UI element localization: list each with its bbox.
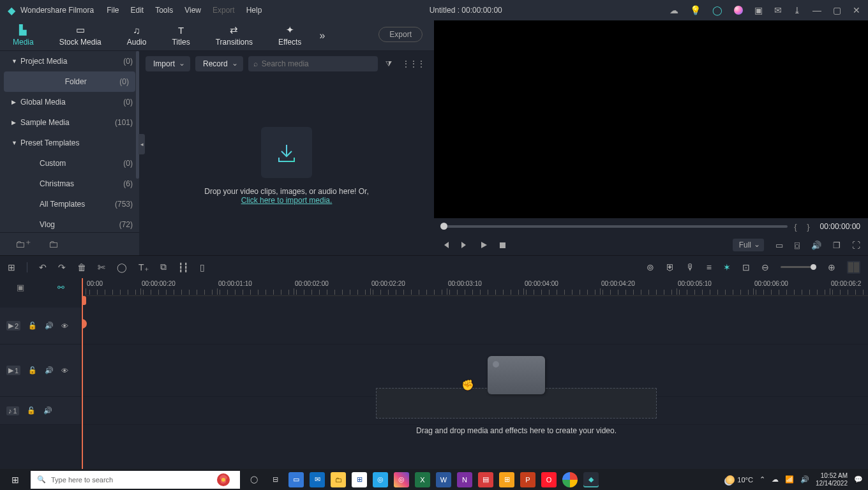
tab-audio[interactable]: ♫Audio xyxy=(114,25,160,47)
app-opera-icon[interactable]: O xyxy=(541,472,557,487)
minimize-icon[interactable]: — xyxy=(812,5,821,15)
sidebar-item-vlog[interactable]: Vlog(72) xyxy=(0,214,139,232)
start-button[interactable]: ⊞ xyxy=(0,475,31,485)
save-icon[interactable]: ▣ xyxy=(754,5,763,15)
app-edge-icon[interactable]: ◎ xyxy=(373,472,388,487)
tab-effects[interactable]: ✦Effects xyxy=(266,24,314,47)
quality-dropdown[interactable]: Full xyxy=(733,239,764,251)
cut-icon[interactable]: ✄ xyxy=(98,262,105,272)
menu-export[interactable]: Export xyxy=(213,6,235,15)
app-trello-icon[interactable]: ▭ xyxy=(288,472,304,487)
sidebar-item-project-media[interactable]: ▼Project Media(0) xyxy=(0,51,139,71)
track-header-v1[interactable]: ▶1 🔓 🔊 👁 xyxy=(0,345,81,397)
app-chrome-icon[interactable] xyxy=(562,472,578,487)
track-type-icon[interactable]: ▶2 xyxy=(6,321,20,330)
tray-chevron-icon[interactable]: ⌃ xyxy=(760,475,765,484)
menu-help[interactable]: Help xyxy=(246,6,262,15)
pip-icon[interactable]: ❐ xyxy=(833,241,841,250)
app-ms-icon[interactable]: ⊞ xyxy=(499,472,514,487)
search-media[interactable]: ⌕ xyxy=(248,56,378,71)
timeline-view-icon[interactable] xyxy=(847,261,860,274)
tray-notifications-icon[interactable]: 💬 xyxy=(854,475,863,484)
crop-icon[interactable]: ⧉ xyxy=(160,262,167,272)
mark-in-out-icon[interactable]: { } xyxy=(794,222,813,232)
next-frame-icon[interactable] xyxy=(461,241,468,249)
lock-icon[interactable]: 🔓 xyxy=(28,322,37,330)
tray-volume-icon[interactable]: 🔊 xyxy=(800,475,809,484)
sidebar-item-all-templates[interactable]: All Templates(753) xyxy=(0,194,139,214)
track-header-v2[interactable]: ▶2 🔓 🔊 👁 xyxy=(0,308,81,345)
tab-transitions[interactable]: ⇄Transitions xyxy=(203,24,266,47)
frame-icon[interactable]: ▯ xyxy=(200,262,205,272)
track-type-icon[interactable]: ♪1 xyxy=(6,406,19,415)
volume-icon[interactable]: 🔊 xyxy=(811,241,821,250)
widgets-icon[interactable]: ⊟ xyxy=(267,472,283,487)
tray-weather[interactable]: 10°C xyxy=(726,475,753,484)
link-icon[interactable]: ⚯ xyxy=(57,283,64,292)
sidebar-item-sample-media[interactable]: ▶Sample Media(101) xyxy=(0,112,139,133)
grid-icon[interactable]: ⋮⋮⋮ xyxy=(400,59,428,68)
playhead[interactable] xyxy=(82,278,83,469)
tab-titles[interactable]: TTitles xyxy=(159,25,202,47)
play-icon[interactable] xyxy=(480,241,488,249)
tab-stock-media[interactable]: ▭Stock Media xyxy=(47,24,114,47)
track-a1[interactable] xyxy=(82,397,868,425)
equalizer-icon[interactable]: ┇┇ xyxy=(178,262,188,272)
maximize-icon[interactable]: ▢ xyxy=(833,5,841,15)
zoom-slider[interactable] xyxy=(781,266,816,268)
collapse-sidebar-icon[interactable]: ◂ xyxy=(138,134,145,154)
redo-icon[interactable]: ↷ xyxy=(58,262,66,272)
apps-icon[interactable]: ⊞ xyxy=(8,262,15,272)
mute-icon[interactable]: 🔊 xyxy=(45,322,54,330)
app-pdf-icon[interactable]: ▤ xyxy=(478,472,493,487)
stop-icon[interactable] xyxy=(499,242,506,249)
auto-icon[interactable]: ✶ xyxy=(723,262,731,272)
clip-icon[interactable]: ▣ xyxy=(17,283,24,292)
track-v1[interactable] xyxy=(82,345,868,397)
app-store-icon[interactable]: ⊞ xyxy=(352,472,367,487)
marker-add-icon[interactable]: ⊡ xyxy=(742,262,750,272)
app-instagram-icon[interactable]: ◎ xyxy=(394,472,409,487)
undo-icon[interactable]: ↶ xyxy=(39,262,47,272)
timeline-ruler[interactable]: 00:00 00:00:00:20 00:00:01:10 00:00:02:0… xyxy=(82,278,868,296)
import-tile[interactable] xyxy=(261,127,312,178)
mic-icon[interactable]: 🎙 xyxy=(686,262,695,272)
sidebar-item-custom[interactable]: Custom(0) xyxy=(0,153,139,174)
eye-icon[interactable]: 👁 xyxy=(61,367,68,375)
account-icon[interactable] xyxy=(734,6,743,15)
menu-edit[interactable]: Edit xyxy=(131,6,144,15)
record-dropdown[interactable]: Record xyxy=(195,56,243,71)
folder-icon[interactable]: 🗀 xyxy=(49,239,59,250)
bulb-icon[interactable]: 💡 xyxy=(690,5,701,15)
tabs-more-icon[interactable]: » xyxy=(319,30,325,41)
app-powerpoint-icon[interactable]: P xyxy=(520,472,535,487)
app-word-icon[interactable]: W xyxy=(436,472,451,487)
fullscreen-icon[interactable]: ⛶ xyxy=(852,241,860,250)
zoom-in-icon[interactable]: ⊕ xyxy=(828,262,835,272)
display-icon[interactable]: ▭ xyxy=(775,241,783,250)
new-folder-icon[interactable]: 🗀⁺ xyxy=(15,238,31,250)
sidebar-item-global-media[interactable]: ▶Global Media(0) xyxy=(0,92,139,112)
taskbar-search[interactable]: 🔍 Type here to search xyxy=(31,471,240,489)
menu-file[interactable]: File xyxy=(107,6,119,15)
track-header-a1[interactable]: ♪1 🔓 🔊 xyxy=(0,397,81,425)
close-icon[interactable]: ✕ xyxy=(853,5,860,15)
mixer-icon[interactable]: ≡ xyxy=(707,262,712,272)
circle-icon[interactable]: ◯ xyxy=(117,262,127,272)
tracks-area[interactable]: 00:00 00:00:00:20 00:00:01:10 00:00:02:0… xyxy=(82,278,868,469)
tray-onedrive-icon[interactable]: ☁ xyxy=(772,475,779,484)
shield-icon[interactable]: ⛨ xyxy=(666,262,675,272)
import-dropdown[interactable]: Import xyxy=(146,56,190,71)
eye-icon[interactable]: 👁 xyxy=(61,322,68,330)
sidebar-item-christmas[interactable]: Christmas(6) xyxy=(0,174,139,194)
snapshot-icon[interactable]: ⌼ xyxy=(795,241,800,250)
menu-view[interactable]: View xyxy=(184,6,201,15)
export-button[interactable]: Export xyxy=(378,27,423,42)
app-excel-icon[interactable]: X xyxy=(415,472,430,487)
app-mail-icon[interactable]: ✉ xyxy=(310,472,325,487)
download-icon[interactable]: ⤓ xyxy=(793,5,801,15)
app-onenote-icon[interactable]: N xyxy=(457,472,472,487)
delete-icon[interactable]: 🗑 xyxy=(77,262,86,272)
search-input[interactable] xyxy=(262,59,373,68)
mail-icon[interactable]: ✉ xyxy=(774,5,782,15)
